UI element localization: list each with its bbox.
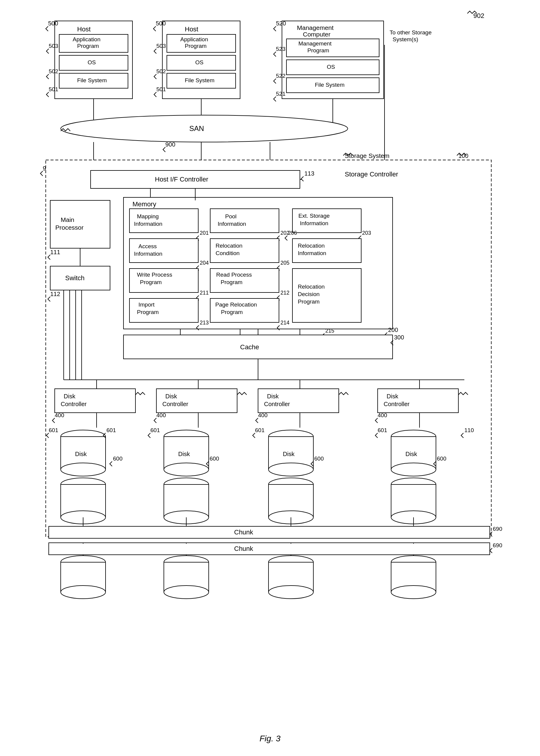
svg-text:211: 211	[200, 290, 209, 296]
ext-storage-label: Ext. Storage	[298, 213, 330, 219]
svg-text:Disk: Disk	[283, 451, 295, 457]
svg-text:600: 600	[113, 455, 123, 462]
svg-text:501: 501	[156, 86, 166, 92]
host1-app-label: Application	[73, 36, 100, 43]
svg-text:Host: Host	[185, 25, 198, 33]
svg-text:500: 500	[156, 20, 166, 27]
svg-text:Disk: Disk	[75, 451, 87, 457]
svg-text:Information: Information	[300, 220, 328, 227]
svg-text:601: 601	[255, 427, 265, 433]
svg-text:OS: OS	[87, 59, 96, 66]
mapping-info-label: Mapping	[137, 213, 159, 220]
svg-text:213: 213	[200, 320, 209, 326]
cache-label: Cache	[240, 343, 259, 351]
main-diagram: 902 Host 500 Application Program 503 OS …	[31, 9, 509, 727]
svg-point-170	[61, 585, 105, 599]
svg-text:400: 400	[156, 412, 166, 418]
svg-text:File System: File System	[77, 77, 107, 83]
svg-text:Condition: Condition	[215, 250, 239, 256]
svg-text:212: 212	[280, 290, 289, 296]
svg-text:Information: Information	[134, 221, 162, 227]
svg-text:400: 400	[55, 412, 64, 418]
storage-system-label: Storage System	[345, 152, 389, 159]
storage-controller-label: Storage Controller	[345, 171, 398, 178]
svg-text:112: 112	[50, 291, 60, 297]
svg-point-128	[61, 463, 105, 476]
svg-text:600: 600	[437, 455, 447, 462]
svg-text:400: 400	[378, 412, 387, 418]
svg-text:205: 205	[280, 260, 289, 266]
svg-text:Information: Information	[134, 250, 162, 257]
svg-text:601: 601	[106, 427, 116, 433]
svg-text:Information: Information	[298, 250, 326, 256]
figure-label: Fig. 3	[260, 734, 280, 743]
svg-text:File System: File System	[315, 81, 344, 88]
svg-text:Program: Program	[221, 309, 243, 315]
svg-text:Program: Program	[77, 43, 99, 49]
svg-text:601: 601	[150, 427, 160, 433]
svg-text:Decision: Decision	[298, 291, 320, 297]
svg-text:204: 204	[200, 260, 209, 266]
svg-text:Processor: Processor	[55, 224, 84, 231]
san-label: SAN	[189, 124, 204, 132]
svg-text:400: 400	[258, 412, 268, 418]
svg-text:601: 601	[378, 427, 387, 433]
svg-text:Information: Information	[218, 221, 246, 227]
svg-text:601: 601	[49, 427, 58, 433]
svg-rect-166	[49, 543, 490, 555]
memory-label: Memory	[132, 200, 156, 208]
svg-text:203: 203	[362, 230, 371, 236]
svg-text:522: 522	[276, 73, 286, 79]
svg-text:600: 600	[314, 455, 324, 462]
svg-text:201: 201	[200, 230, 209, 236]
svg-text:110: 110	[464, 427, 474, 433]
chunk1-label: Chunk	[234, 529, 254, 536]
svg-text:Program: Program	[137, 309, 159, 315]
disk-ctrl-1-label: Disk	[64, 393, 76, 399]
svg-text:Disk: Disk	[405, 451, 417, 457]
svg-text:Disk: Disk	[178, 451, 190, 457]
pool-info-label: Pool	[225, 213, 236, 220]
import-program-label: Import	[138, 301, 155, 308]
svg-text:Program: Program	[298, 298, 320, 305]
relocation-condition-label: Relocation	[215, 242, 242, 249]
svg-text:215: 215	[325, 328, 334, 334]
svg-text:214: 214	[280, 320, 289, 326]
access-info-label: Access	[138, 243, 157, 249]
svg-point-147	[269, 463, 313, 476]
svg-text:523: 523	[276, 46, 286, 52]
svg-text:OS: OS	[195, 59, 203, 66]
svg-text:111: 111	[50, 249, 60, 255]
svg-text:502: 502	[49, 68, 58, 75]
svg-point-156	[391, 463, 436, 476]
svg-point-45	[61, 115, 348, 142]
svg-point-179	[391, 585, 436, 599]
svg-text:Program: Program	[221, 279, 242, 285]
svg-text:Program: Program	[307, 47, 329, 54]
svg-text:900: 900	[165, 141, 175, 148]
svg-rect-164	[49, 526, 490, 538]
svg-text:503: 503	[49, 43, 58, 49]
host1-label: Host	[77, 25, 90, 33]
svg-text:690: 690	[493, 542, 502, 548]
svg-text:Program: Program	[140, 279, 162, 285]
svg-text:Controller: Controller	[264, 401, 290, 407]
svg-text:600: 600	[209, 455, 219, 462]
svg-text:To other Storage: To other Storage	[390, 29, 432, 36]
svg-text:200: 200	[388, 327, 398, 333]
page: 902 Host 500 Application Program 503 OS …	[0, 0, 540, 756]
read-process-label: Read Process	[216, 271, 252, 278]
svg-text:Application: Application	[180, 36, 208, 43]
svg-point-173	[164, 585, 209, 599]
svg-point-138	[164, 463, 209, 476]
relocation-decision-label: Relocation	[298, 283, 325, 290]
switch-label: Switch	[65, 274, 84, 282]
svg-text:502: 502	[156, 68, 166, 75]
svg-text:503: 503	[156, 43, 166, 49]
page-relocation-label: Page Relocation	[215, 301, 257, 308]
svg-text:Controller: Controller	[61, 401, 87, 407]
svg-text:File System: File System	[185, 77, 214, 83]
host1-num: 500	[48, 20, 58, 27]
write-process-label: Write Process	[137, 271, 172, 278]
svg-text:206: 206	[288, 230, 297, 236]
